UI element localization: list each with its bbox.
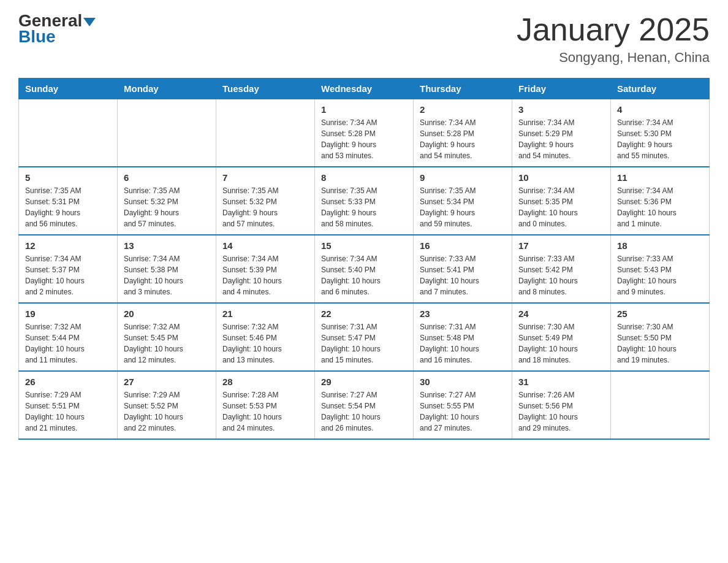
day-info: Sunrise: 7:34 AM Sunset: 5:36 PM Dayligh… [617, 185, 703, 229]
day-info: Sunrise: 7:34 AM Sunset: 5:38 PM Dayligh… [124, 253, 210, 297]
day-info: Sunrise: 7:30 AM Sunset: 5:50 PM Dayligh… [617, 321, 703, 366]
calendar-cell: 13Sunrise: 7:34 AM Sunset: 5:38 PM Dayli… [118, 235, 216, 303]
logo: General Blue [18, 12, 96, 45]
column-header-sunday: Sunday [19, 79, 118, 99]
day-info: Sunrise: 7:30 AM Sunset: 5:49 PM Dayligh… [518, 321, 604, 366]
day-info: Sunrise: 7:35 AM Sunset: 5:32 PM Dayligh… [222, 185, 308, 229]
day-info: Sunrise: 7:34 AM Sunset: 5:35 PM Dayligh… [518, 185, 604, 229]
page-header: General Blue January 2025 Songyang, Hena… [18, 12, 710, 66]
calendar-cell: 24Sunrise: 7:30 AM Sunset: 5:49 PM Dayli… [512, 303, 611, 371]
calendar-cell [19, 99, 118, 167]
day-info: Sunrise: 7:32 AM Sunset: 5:45 PM Dayligh… [124, 321, 210, 366]
week-row-4: 19Sunrise: 7:32 AM Sunset: 5:44 PM Dayli… [19, 303, 710, 371]
day-info: Sunrise: 7:34 AM Sunset: 5:37 PM Dayligh… [25, 253, 111, 297]
column-header-tuesday: Tuesday [216, 79, 315, 99]
calendar-cell: 26Sunrise: 7:29 AM Sunset: 5:51 PM Dayli… [19, 371, 118, 439]
day-info: Sunrise: 7:31 AM Sunset: 5:47 PM Dayligh… [321, 321, 407, 366]
day-number: 20 [124, 308, 210, 319]
day-info: Sunrise: 7:31 AM Sunset: 5:48 PM Dayligh… [420, 321, 506, 366]
day-number: 11 [617, 172, 703, 183]
calendar-title: January 2025 [517, 12, 710, 47]
day-number: 9 [420, 172, 506, 183]
day-number: 18 [617, 240, 703, 251]
calendar-cell: 31Sunrise: 7:26 AM Sunset: 5:56 PM Dayli… [512, 371, 611, 439]
calendar-cell [611, 371, 710, 439]
day-info: Sunrise: 7:29 AM Sunset: 5:51 PM Dayligh… [25, 389, 111, 434]
day-info: Sunrise: 7:32 AM Sunset: 5:44 PM Dayligh… [25, 321, 111, 366]
calendar-cell: 25Sunrise: 7:30 AM Sunset: 5:50 PM Dayli… [611, 303, 710, 371]
calendar-cell: 23Sunrise: 7:31 AM Sunset: 5:48 PM Dayli… [414, 303, 512, 371]
day-number: 12 [25, 240, 111, 251]
calendar-cell: 14Sunrise: 7:34 AM Sunset: 5:39 PM Dayli… [216, 235, 315, 303]
day-number: 24 [518, 308, 604, 319]
day-number: 7 [222, 172, 308, 183]
day-info: Sunrise: 7:27 AM Sunset: 5:55 PM Dayligh… [420, 389, 506, 434]
logo-arrow-icon [83, 18, 96, 26]
calendar-cell: 5Sunrise: 7:35 AM Sunset: 5:31 PM Daylig… [19, 167, 118, 235]
calendar-cell: 11Sunrise: 7:34 AM Sunset: 5:36 PM Dayli… [611, 167, 710, 235]
calendar-cell: 30Sunrise: 7:27 AM Sunset: 5:55 PM Dayli… [414, 371, 512, 439]
column-header-friday: Friday [512, 79, 611, 99]
day-info: Sunrise: 7:35 AM Sunset: 5:31 PM Dayligh… [25, 185, 111, 229]
day-info: Sunrise: 7:34 AM Sunset: 5:40 PM Dayligh… [321, 253, 407, 297]
calendar-cell: 3Sunrise: 7:34 AM Sunset: 5:29 PM Daylig… [512, 99, 611, 167]
day-number: 22 [321, 308, 407, 319]
day-number: 5 [25, 172, 111, 183]
day-number: 2 [420, 104, 506, 115]
day-info: Sunrise: 7:35 AM Sunset: 5:34 PM Dayligh… [420, 185, 506, 229]
day-number: 17 [518, 240, 604, 251]
column-header-wednesday: Wednesday [315, 79, 414, 99]
day-info: Sunrise: 7:26 AM Sunset: 5:56 PM Dayligh… [518, 389, 604, 434]
day-number: 27 [124, 377, 210, 387]
day-number: 13 [124, 240, 210, 251]
day-number: 15 [321, 240, 407, 251]
calendar-cell: 8Sunrise: 7:35 AM Sunset: 5:33 PM Daylig… [315, 167, 414, 235]
day-info: Sunrise: 7:33 AM Sunset: 5:42 PM Dayligh… [518, 253, 604, 297]
day-info: Sunrise: 7:34 AM Sunset: 5:39 PM Dayligh… [222, 253, 308, 297]
week-row-5: 26Sunrise: 7:29 AM Sunset: 5:51 PM Dayli… [19, 371, 710, 439]
calendar-header-row: SundayMondayTuesdayWednesdayThursdayFrid… [19, 79, 710, 99]
calendar-cell: 12Sunrise: 7:34 AM Sunset: 5:37 PM Dayli… [19, 235, 118, 303]
day-info: Sunrise: 7:32 AM Sunset: 5:46 PM Dayligh… [222, 321, 308, 366]
day-info: Sunrise: 7:33 AM Sunset: 5:43 PM Dayligh… [617, 253, 703, 297]
calendar-cell: 29Sunrise: 7:27 AM Sunset: 5:54 PM Dayli… [315, 371, 414, 439]
day-number: 25 [617, 308, 703, 319]
day-number: 1 [321, 104, 407, 115]
day-number: 19 [25, 308, 111, 319]
week-row-3: 12Sunrise: 7:34 AM Sunset: 5:37 PM Dayli… [19, 235, 710, 303]
calendar-cell: 22Sunrise: 7:31 AM Sunset: 5:47 PM Dayli… [315, 303, 414, 371]
column-header-saturday: Saturday [611, 79, 710, 99]
day-info: Sunrise: 7:28 AM Sunset: 5:53 PM Dayligh… [222, 389, 308, 434]
calendar-cell: 9Sunrise: 7:35 AM Sunset: 5:34 PM Daylig… [414, 167, 512, 235]
calendar-cell: 6Sunrise: 7:35 AM Sunset: 5:32 PM Daylig… [118, 167, 216, 235]
calendar-cell: 27Sunrise: 7:29 AM Sunset: 5:52 PM Dayli… [118, 371, 216, 439]
day-number: 16 [420, 240, 506, 251]
calendar-cell: 18Sunrise: 7:33 AM Sunset: 5:43 PM Dayli… [611, 235, 710, 303]
day-info: Sunrise: 7:27 AM Sunset: 5:54 PM Dayligh… [321, 389, 407, 434]
calendar-cell: 1Sunrise: 7:34 AM Sunset: 5:28 PM Daylig… [315, 99, 414, 167]
calendar-cell: 16Sunrise: 7:33 AM Sunset: 5:41 PM Dayli… [414, 235, 512, 303]
column-header-thursday: Thursday [414, 79, 512, 99]
day-number: 31 [518, 377, 604, 387]
column-header-monday: Monday [118, 79, 216, 99]
day-number: 14 [222, 240, 308, 251]
calendar-cell: 17Sunrise: 7:33 AM Sunset: 5:42 PM Dayli… [512, 235, 611, 303]
day-info: Sunrise: 7:34 AM Sunset: 5:29 PM Dayligh… [518, 117, 604, 161]
day-info: Sunrise: 7:35 AM Sunset: 5:32 PM Dayligh… [124, 185, 210, 229]
calendar-cell: 21Sunrise: 7:32 AM Sunset: 5:46 PM Dayli… [216, 303, 315, 371]
calendar-cell: 10Sunrise: 7:34 AM Sunset: 5:35 PM Dayli… [512, 167, 611, 235]
day-info: Sunrise: 7:35 AM Sunset: 5:33 PM Dayligh… [321, 185, 407, 229]
calendar-cell: 15Sunrise: 7:34 AM Sunset: 5:40 PM Dayli… [315, 235, 414, 303]
calendar-body: 1Sunrise: 7:34 AM Sunset: 5:28 PM Daylig… [19, 99, 710, 440]
day-number: 4 [617, 104, 703, 115]
day-number: 30 [420, 377, 506, 387]
day-info: Sunrise: 7:29 AM Sunset: 5:52 PM Dayligh… [124, 389, 210, 434]
calendar-cell: 19Sunrise: 7:32 AM Sunset: 5:44 PM Dayli… [19, 303, 118, 371]
calendar-subtitle: Songyang, Henan, China [517, 50, 710, 66]
calendar-cell [216, 99, 315, 167]
day-info: Sunrise: 7:34 AM Sunset: 5:30 PM Dayligh… [617, 117, 703, 161]
calendar-cell: 28Sunrise: 7:28 AM Sunset: 5:53 PM Dayli… [216, 371, 315, 439]
calendar-cell: 20Sunrise: 7:32 AM Sunset: 5:45 PM Dayli… [118, 303, 216, 371]
day-number: 21 [222, 308, 308, 319]
day-number: 23 [420, 308, 506, 319]
